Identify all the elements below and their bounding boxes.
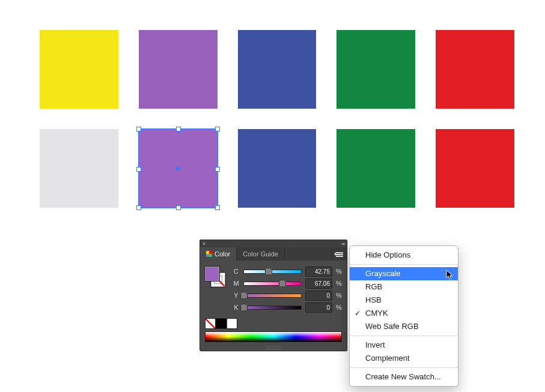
panel-flyout-button[interactable] bbox=[332, 247, 347, 261]
swatch-row bbox=[40, 129, 514, 208]
channel-label: M bbox=[233, 280, 240, 287]
channel-label: C bbox=[233, 268, 240, 275]
selection-handle[interactable] bbox=[215, 205, 220, 210]
channel-value[interactable]: 0 bbox=[305, 291, 332, 301]
channel-value[interactable]: 42.75 bbox=[305, 267, 332, 277]
menu-item[interactable]: Web Safe RGB bbox=[350, 320, 458, 333]
color-swatch[interactable] bbox=[238, 129, 317, 208]
color-swatch[interactable] bbox=[436, 129, 514, 208]
selection-handle[interactable] bbox=[215, 127, 220, 131]
menu-item[interactable]: Grayscale bbox=[350, 267, 458, 280]
menu-item[interactable]: Invert bbox=[350, 339, 458, 352]
menu-separator bbox=[350, 264, 458, 265]
selection-center[interactable] bbox=[176, 167, 180, 170]
channel-value[interactable]: 67.06 bbox=[305, 279, 332, 289]
menu-separator bbox=[350, 336, 458, 336]
color-swatch[interactable] bbox=[139, 30, 218, 109]
color-swatch[interactable] bbox=[238, 30, 317, 109]
percent-label: % bbox=[336, 280, 342, 287]
percent-label: % bbox=[336, 292, 342, 299]
channel-value[interactable]: 0 bbox=[305, 303, 332, 313]
color-swatch[interactable] bbox=[436, 30, 514, 109]
artboard[interactable] bbox=[40, 30, 514, 228]
panel-body: C42.75%M67.06%Y0%K0% bbox=[200, 261, 347, 345]
none-color-chip[interactable] bbox=[205, 318, 216, 329]
menu-item-label: Invert bbox=[365, 340, 385, 349]
color-swatch[interactable] bbox=[336, 129, 415, 208]
slider-knob[interactable] bbox=[240, 292, 248, 299]
color-wheel-icon bbox=[206, 251, 212, 257]
cmyk-sliders: C42.75%M67.06%Y0%K0% bbox=[233, 265, 342, 313]
color-spectrum[interactable] bbox=[205, 331, 342, 342]
menu-icon bbox=[336, 251, 343, 257]
collapse-icon[interactable]: «« bbox=[341, 241, 344, 247]
menu-item-label: CMYK bbox=[365, 309, 388, 318]
menu-item[interactable]: Create New Swatch... bbox=[350, 370, 458, 384]
tab-color-guide[interactable]: Color Guide bbox=[237, 247, 285, 261]
tab-guide-label: Color Guide bbox=[243, 250, 278, 258]
menu-item[interactable]: Hide Options bbox=[350, 249, 458, 262]
panel-resize-grip[interactable] bbox=[200, 345, 347, 351]
selection-handle[interactable] bbox=[176, 127, 181, 131]
selection-handle[interactable] bbox=[136, 205, 141, 210]
panel-flyout-menu: Hide OptionsGrayscaleRGBHSB✓CMYKWeb Safe… bbox=[349, 246, 458, 387]
fill-swatch[interactable] bbox=[205, 267, 219, 281]
channel-slider[interactable] bbox=[243, 294, 302, 298]
swatch-row bbox=[40, 30, 514, 109]
percent-label: % bbox=[336, 304, 342, 311]
selection-handle[interactable] bbox=[215, 167, 220, 172]
panel-tabs: Color Color Guide bbox=[200, 247, 347, 261]
slider-knob[interactable] bbox=[240, 304, 248, 311]
menu-separator bbox=[350, 367, 458, 368]
channel-row-c: C42.75% bbox=[233, 265, 342, 277]
menu-item[interactable]: HSB bbox=[350, 294, 458, 307]
color-swatch[interactable] bbox=[139, 129, 218, 208]
menu-item[interactable]: ✓CMYK bbox=[350, 307, 458, 320]
menu-item-label: RGB bbox=[365, 282, 382, 291]
panel-titlebar[interactable]: × «« bbox=[200, 240, 347, 247]
menu-item-label: Grayscale bbox=[365, 269, 401, 278]
selection-handle[interactable] bbox=[176, 205, 181, 210]
menu-item-label: Web Safe RGB bbox=[365, 322, 419, 331]
white-chip[interactable] bbox=[227, 318, 237, 329]
channel-slider[interactable] bbox=[243, 282, 302, 286]
color-panel[interactable]: × «« Color Color Guide C42.75%M67.06%Y0%… bbox=[199, 240, 347, 351]
channel-slider[interactable] bbox=[243, 306, 302, 310]
color-swatch[interactable] bbox=[40, 30, 118, 109]
menu-item-label: HSB bbox=[365, 295, 382, 304]
slider-knob[interactable] bbox=[265, 268, 272, 275]
channel-row-k: K0% bbox=[233, 301, 342, 313]
black-chip[interactable] bbox=[216, 318, 227, 329]
fill-stroke-proxy[interactable] bbox=[205, 267, 225, 287]
channel-label: K bbox=[233, 304, 240, 311]
menu-item[interactable]: RGB bbox=[350, 280, 458, 294]
close-icon[interactable]: × bbox=[202, 241, 206, 247]
quick-colors bbox=[205, 318, 342, 329]
selection-outline bbox=[138, 128, 218, 208]
percent-label: % bbox=[336, 268, 342, 275]
channel-label: Y bbox=[233, 292, 240, 299]
tab-color[interactable]: Color bbox=[200, 247, 237, 261]
color-swatch[interactable] bbox=[336, 30, 415, 109]
menu-item[interactable]: Complement bbox=[350, 352, 458, 365]
tab-color-label: Color bbox=[215, 250, 230, 258]
color-swatch[interactable] bbox=[40, 129, 118, 208]
menu-item-label: Hide Options bbox=[365, 250, 410, 259]
check-icon: ✓ bbox=[355, 308, 361, 319]
channel-row-m: M67.06% bbox=[233, 277, 342, 289]
selection-handle[interactable] bbox=[136, 127, 141, 131]
slider-knob[interactable] bbox=[279, 280, 286, 287]
menu-item-label: Create New Swatch... bbox=[365, 372, 441, 381]
menu-item-label: Complement bbox=[365, 354, 410, 363]
selection-handle[interactable] bbox=[136, 167, 141, 172]
channel-slider[interactable] bbox=[243, 270, 302, 274]
channel-row-y: Y0% bbox=[233, 289, 342, 301]
